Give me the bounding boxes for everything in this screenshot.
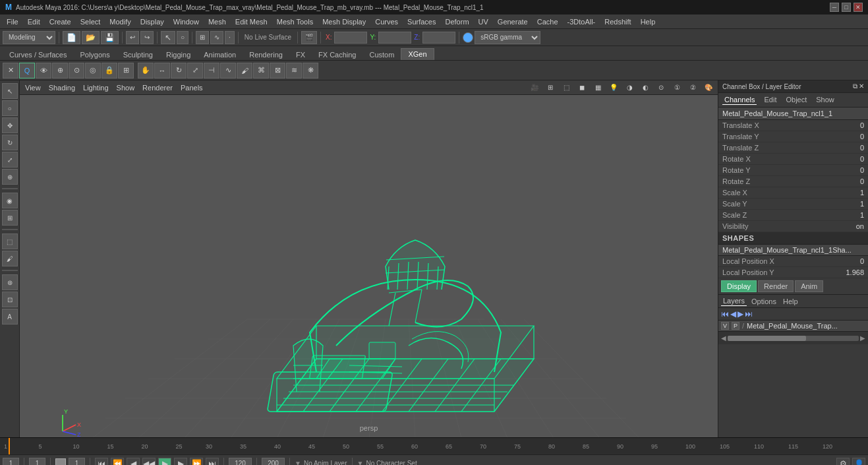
tab-polygons[interactable]: Polygons xyxy=(73,49,116,60)
lasso-btn[interactable]: ○ xyxy=(177,31,188,44)
tool-target[interactable]: ◎ xyxy=(85,63,101,78)
save-btn[interactable]: 💾 xyxy=(101,31,119,44)
frame-indicator[interactable] xyxy=(55,458,66,466)
frame-end-field[interactable] xyxy=(229,458,252,466)
menu-surfaces[interactable]: Surfaces xyxy=(403,16,440,27)
layer-scroll[interactable]: ◀ ▶ xyxy=(718,331,868,344)
y-field[interactable] xyxy=(378,32,411,44)
timeline-inner[interactable]: 5 10 15 20 25 30 35 40 45 50 55 60 65 70… xyxy=(9,438,865,454)
tab-render[interactable]: Render xyxy=(758,280,794,292)
no-char-set-label[interactable]: No Character Set xyxy=(366,460,417,465)
prop-value-sx[interactable]: 1 xyxy=(860,189,864,197)
tab-options-layer[interactable]: Options xyxy=(749,297,778,306)
prop-value-rx[interactable]: 0 xyxy=(860,155,864,163)
vp-icon-color[interactable]: 🎨 xyxy=(702,81,715,94)
prev-key-btn[interactable]: ⏪ xyxy=(111,458,124,466)
tool-mirror[interactable]: ⊣ xyxy=(204,63,219,78)
menu-mesh-tools[interactable]: Mesh Tools xyxy=(273,16,317,27)
prop-value-tx[interactable]: 0 xyxy=(860,121,864,129)
layer-nav-btn4[interactable]: ⏭ xyxy=(745,309,753,319)
menu-mesh-display[interactable]: Mesh Display xyxy=(318,16,370,27)
show-manip[interactable]: ⊞ xyxy=(2,210,18,226)
tab-show[interactable]: Show xyxy=(814,95,836,105)
rotate-tool[interactable]: ↻ xyxy=(2,135,18,150)
layer-p-checkbox[interactable]: P xyxy=(732,322,739,330)
tab-xgen[interactable]: XGen xyxy=(401,48,434,60)
play-fwd-btn[interactable]: ▶ xyxy=(158,458,171,466)
vp-icon-smooth[interactable]: ② xyxy=(686,81,699,94)
frame-start-field[interactable] xyxy=(3,458,19,466)
menu-edit-mesh[interactable]: Edit Mesh xyxy=(231,16,272,27)
vp-icon-textured[interactable]: ▦ xyxy=(591,81,604,94)
snap-pt[interactable]: · xyxy=(225,31,235,44)
tool-sculpt[interactable]: ⌘ xyxy=(253,63,269,78)
scroll-right[interactable]: ▶ xyxy=(859,334,867,342)
menu-curves[interactable]: Curves xyxy=(371,16,402,27)
tool-paint[interactable]: 🖌 xyxy=(237,63,252,78)
menu-help[interactable]: Help xyxy=(637,16,660,27)
tab-sculpting[interactable]: Sculpting xyxy=(117,49,159,60)
menu-file[interactable]: File xyxy=(3,16,22,27)
tool-scale-ico[interactable]: ⤢ xyxy=(187,63,203,78)
tab-edit[interactable]: Edit xyxy=(762,95,778,105)
move-tool[interactable]: ✥ xyxy=(2,117,18,133)
menu-create[interactable]: Create xyxy=(45,16,75,27)
menu-uv[interactable]: UV xyxy=(475,16,492,27)
no-anim-layer-label[interactable]: No Anim Layer xyxy=(304,460,347,465)
redo-btn[interactable]: ↪ xyxy=(140,31,154,44)
tab-help-layer[interactable]: Help xyxy=(781,297,800,306)
universal-manip[interactable]: ⊕ xyxy=(2,169,18,185)
tool-warp[interactable]: ≋ xyxy=(286,63,302,78)
prop-local-y[interactable]: 1.968 xyxy=(846,268,864,276)
tab-display[interactable]: Display xyxy=(721,280,757,292)
shapes-name[interactable]: Metal_Pedal_Mouse_Trap_ncl1_1Sha... xyxy=(718,245,868,256)
vp-icon-wire[interactable]: ⬚ xyxy=(560,81,573,94)
tool-rot[interactable]: ↻ xyxy=(171,63,187,78)
color-circle[interactable] xyxy=(463,32,473,43)
vp-shading-menu[interactable]: Shading xyxy=(46,84,78,92)
tab-rigging[interactable]: Rigging xyxy=(159,49,197,60)
tool-eyeball[interactable]: 👁 xyxy=(36,63,51,78)
new-btn[interactable]: 📄 xyxy=(63,31,80,44)
menu-display[interactable]: Display xyxy=(136,16,168,27)
panel-float-btn[interactable]: ⧉ xyxy=(853,82,857,90)
tool-soft[interactable]: ∿ xyxy=(220,63,236,78)
tab-channels[interactable]: Channels xyxy=(722,95,757,105)
tool-grab[interactable]: ✋ xyxy=(138,63,154,78)
tool-a[interactable]: A xyxy=(2,309,18,325)
timeline[interactable]: 1 5 10 15 20 25 30 35 40 45 50 55 60 65 xyxy=(0,437,868,454)
char-btn[interactable]: 👤 xyxy=(852,458,865,466)
tab-anim[interactable]: Anim xyxy=(795,280,823,292)
tool-select[interactable]: Q xyxy=(19,63,35,78)
scroll-track[interactable] xyxy=(728,336,859,341)
vp-lighting-menu[interactable]: Lighting xyxy=(80,84,111,92)
vp-panels-menu[interactable]: Panels xyxy=(178,84,206,92)
tab-fx-caching[interactable]: FX Caching xyxy=(312,49,362,60)
prop-value-tz[interactable]: 0 xyxy=(860,144,864,152)
play-back-btn[interactable]: ◀◀ xyxy=(142,458,156,466)
tool-cluster[interactable]: ❋ xyxy=(303,63,318,78)
snap-grid[interactable]: ⊞ xyxy=(196,31,209,44)
tool-lattice[interactable]: ⊠ xyxy=(270,63,285,78)
vp-show-menu[interactable]: Show xyxy=(114,84,138,92)
prop-value-ry[interactable]: 0 xyxy=(860,166,864,174)
tool-camera[interactable]: ⊙ xyxy=(69,63,84,78)
tool-layers[interactable]: ⊞ xyxy=(118,63,134,78)
prop-value-sz[interactable]: 1 xyxy=(860,211,864,219)
open-btn[interactable]: 📂 xyxy=(82,31,100,44)
menu-window[interactable]: Window xyxy=(169,16,203,27)
tab-fx[interactable]: FX xyxy=(289,49,312,60)
menu-select[interactable]: Select xyxy=(76,16,105,27)
vp-renderer-menu[interactable]: Renderer xyxy=(140,84,175,92)
mode-dropdown[interactable]: Modeling Rigging Animation FX Rendering xyxy=(3,31,55,44)
tab-rendering[interactable]: Rendering xyxy=(243,49,289,60)
skip-end-btn[interactable]: ⏭ xyxy=(206,458,219,466)
current-frame-indicator[interactable] xyxy=(9,438,10,454)
layer-nav-btn2[interactable]: ◀ xyxy=(730,309,736,319)
layer-v-checkbox[interactable]: V xyxy=(721,322,729,330)
soft-select[interactable]: ◉ xyxy=(2,193,18,208)
tool-icon-1[interactable]: ✕ xyxy=(3,63,18,78)
current-frame-field[interactable] xyxy=(29,458,45,466)
vp-view-menu[interactable]: View xyxy=(22,84,43,92)
vp-icon-cam[interactable]: 🎥 xyxy=(528,81,541,94)
